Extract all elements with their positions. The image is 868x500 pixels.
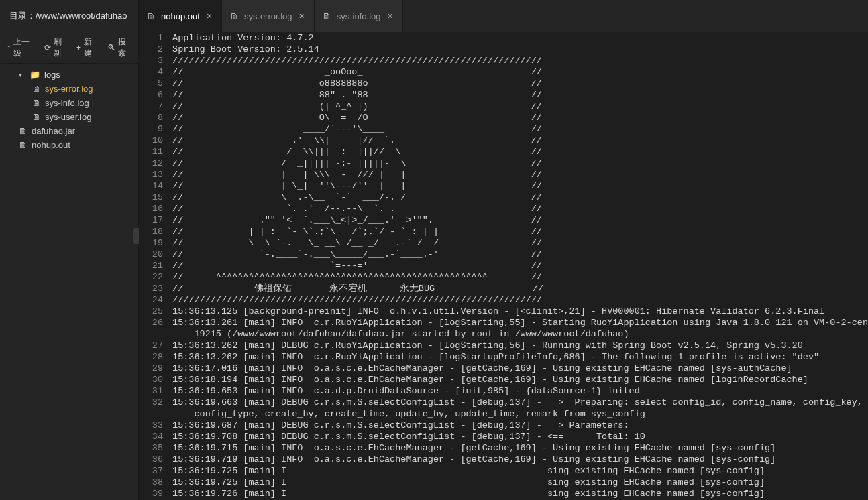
line-gutter: 1234567891011121314151617181920212223242… [139,32,172,500]
file-icon: 🗎 [230,11,239,21]
tree-label: nohup.out [32,140,70,150]
tree-label: logs [44,70,60,80]
close-icon[interactable]: × [205,11,213,21]
editor-tabs: 🗎 nohup.out × 🗎 sys-error.log × 🗎 sys-in… [139,0,868,32]
arrow-up-icon: ↑ [7,43,11,52]
plus-icon: + [76,43,81,52]
sidebar-path: 目录：/www/wwwroot/dafuhao [0,0,138,32]
tree-file-sys-user[interactable]: 🗎 sys-user.log [0,110,138,124]
code-content: Application Version: 4.7.2Spring Boot Ve… [172,32,868,500]
file-tree: ▾ 📁 logs 🗎 sys-error.log 🗎 sys-info.log … [0,64,138,500]
tree-file-nohup-out[interactable]: 🗎 nohup.out [0,138,138,152]
search-icon: 🔍︎ [107,43,115,52]
file-icon: 🗎 [19,140,28,150]
tree-file-sys-error[interactable]: 🗎 sys-error.log [0,82,138,96]
file-icon: 🗎 [147,11,156,21]
file-icon: 🗎 [19,126,28,136]
tree-label: sys-info.log [45,98,89,108]
file-icon: 🗎 [32,98,41,108]
tree-folder-logs[interactable]: ▾ 📁 logs [0,68,138,82]
tab-label: nohup.out [161,11,200,21]
refresh-button[interactable]: ⟳ 刷新 [44,36,67,59]
refresh-icon: ⟳ [44,43,51,52]
sidebar-toolbar: ↑ 上一级 ⟳ 刷新 + 新建 🔍︎ 搜索 [0,32,138,64]
tab-nohup-out[interactable]: 🗎 nohup.out × [139,0,222,32]
tree-label: sys-error.log [45,84,93,94]
path-label: 目录：/www/wwwroot/dafuhao [9,10,127,22]
main: 〈 🗎 nohup.out × 🗎 sys-error.log × 🗎 sys-… [139,0,868,500]
file-icon: 🗎 [323,11,331,21]
tree-file-sys-info[interactable]: 🗎 sys-info.log [0,96,138,110]
tree-label: dafuhao.jar [32,126,75,136]
close-icon[interactable]: × [298,11,306,21]
tab-sys-error[interactable]: 🗎 sys-error.log × [222,0,315,32]
search-button[interactable]: 🔍︎ 搜索 [107,36,131,59]
tree-file-dafuhao-jar[interactable]: 🗎 dafuhao.jar [0,124,138,138]
sidebar: 目录：/www/wwwroot/dafuhao ↑ 上一级 ⟳ 刷新 + 新建 … [0,0,139,500]
file-icon: 🗎 [32,84,41,94]
up-button[interactable]: ↑ 上一级 [7,36,35,59]
tab-sys-info[interactable]: 🗎 sys-info.log × [315,0,403,32]
close-icon[interactable]: × [386,11,394,21]
file-icon: 🗎 [32,112,41,122]
tab-label: sys-error.log [244,11,292,21]
tree-label: sys-user.log [45,112,91,122]
new-button[interactable]: + 新建 [76,36,98,59]
tab-label: sys-info.log [337,11,381,21]
chevron-down-icon: ▾ [19,71,25,78]
code-editor[interactable]: 1234567891011121314151617181920212223242… [139,32,868,500]
folder-icon: 📁 [30,70,40,80]
